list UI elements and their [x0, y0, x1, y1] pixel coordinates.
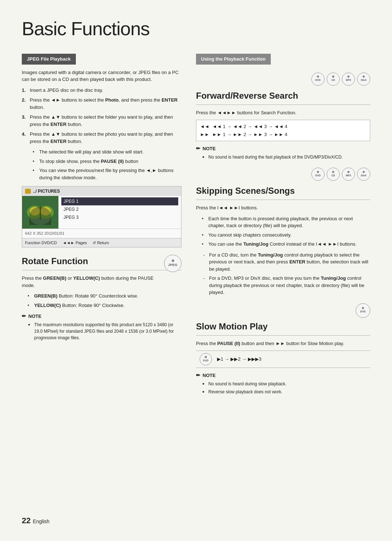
forward-icon: ►► [200, 131, 209, 138]
skipping-section: DVD CD MP3 DivX Skipping Scenes/Songs Pr… [196, 168, 370, 296]
skip-divx-badge: DivX [357, 168, 370, 181]
divx-dot [363, 75, 365, 78]
forward-note-item-1: No sound is heard during the fast playba… [203, 154, 370, 160]
slow-note-text-1: No sound is heard during slow playback. [208, 381, 286, 387]
forward-reverse-title: Forward/Reverse Search [196, 89, 370, 105]
dvd-badge: DVD [311, 73, 324, 86]
rotate-note-title: ✏ NOTE [22, 312, 181, 320]
fb-file-3[interactable]: JPEG 3 [61, 213, 178, 221]
skip-dvd-badge: DVD [311, 168, 324, 181]
step-4-num: 4. [22, 131, 28, 145]
skip-cd-dot [332, 171, 334, 173]
note-pencil-icon: ✏ [22, 312, 26, 320]
slow-motion-section: DVD Slow Motion Play Press the PAUSE (II… [196, 303, 370, 395]
forward-note-text: No sound is heard during the fast playba… [208, 154, 343, 160]
fb-header-title: ../ PICTURES [33, 188, 60, 194]
skip-sub-2: For a DVD, MP3 or DivX disc, each time y… [203, 275, 370, 296]
fb-files: JPEG 1 JPEG 2 JPEG 3 [58, 196, 181, 229]
jpeg-steps-list: 1. Insert a JPEG disc on the disc tray. … [22, 87, 181, 145]
step-4: 4. Press the ▲▼ buttons to select the ph… [22, 131, 181, 145]
page-number: 22English [22, 515, 49, 526]
cd-dot [332, 75, 334, 78]
rotate-note-list: The maximum resolutions supported by thi… [28, 321, 181, 341]
svg-point-5 [41, 207, 51, 216]
rotate-section: JPEG Rotate Function Press the GREEN(B) … [22, 255, 181, 341]
slow-notation-dot [205, 356, 207, 358]
skip-bullet-3: You can use the Tuning/Jog Control inste… [202, 241, 370, 248]
divx-badge: DivX [357, 73, 370, 86]
slow-dvd-badge: DVD [356, 303, 370, 318]
step-2: 2. Press the ◄► buttons to select the Ph… [22, 97, 181, 111]
fb-footer-pages: ◄◄► Pages [62, 240, 87, 246]
search-notation: ◄◄ ◄◄ 1 → ◄◄ 2 → ◄◄ 3 → ◄◄ 4 ►► ►► 1 → ►… [196, 120, 370, 141]
file-browser: ../ PICTURES JPEG 1 [22, 186, 181, 247]
skip-bullet-2: You cannot skip chapters consecutively. [202, 231, 370, 239]
slow-note: ✏ NOTE No sound is heard during slow pla… [196, 372, 370, 395]
svg-point-1 [29, 207, 51, 225]
skipping-sub-bullets: For a CD disc, turn the Tuning/Jog contr… [203, 251, 370, 296]
right-column: Using the Playback Function DVD CD MP3 D… [196, 54, 370, 399]
svg-point-3 [38, 206, 54, 219]
slow-notation-label: DVD [203, 359, 209, 363]
rotate-note-label: NOTE [28, 313, 41, 320]
note-pencil-icon-3: ✏ [196, 372, 200, 379]
fb-body: JPEG 1 JPEG 2 JPEG 3 [22, 196, 181, 229]
slow-motion-desc: Press the PAUSE (II) button and then ►► … [196, 340, 370, 347]
skip-badges: DVD CD MP3 DivX [196, 168, 370, 181]
forward-badges: DVD CD MP3 DivX [196, 73, 370, 86]
page-num-value: 22 [22, 516, 30, 525]
step-1-text: Insert a JPEG disc on the disc tray. [30, 87, 103, 94]
skipping-desc: Press the I◄◄ ►►I buttons. [196, 204, 370, 212]
rewind-icon: ◄◄ [200, 123, 209, 130]
skip-cd-badge: CD [327, 168, 340, 181]
folder-icon [25, 189, 31, 194]
fb-meta: 642 X 352 2010/01/01 [22, 229, 181, 238]
jpeg-badge-dot [172, 259, 174, 262]
slow-dvd-dot [362, 307, 364, 309]
playback-section-header: Using the Playback Function [196, 54, 271, 65]
search-row-1: ◄◄ ◄◄ 1 → ◄◄ 2 → ◄◄ 3 → ◄◄ 4 [200, 123, 366, 130]
fb-thumbnail [22, 196, 58, 229]
skip-mp3-dot [347, 171, 350, 173]
slow-note-list: No sound is heard during slow playback. … [203, 381, 370, 395]
bullet-3: You can view the previous/next file by p… [33, 167, 181, 181]
skip-sub-1: For a CD disc, turn the Tuning/Jog contr… [203, 251, 370, 273]
forward-reverse-section: DVD CD MP3 DivX Forward/Reverse Search P… [196, 73, 370, 161]
step-3-text: Press the ▲▼ buttons to select the folde… [30, 114, 181, 128]
rotate-title: Rotate Function [22, 255, 181, 270]
rotate-note-item-1: The maximum resolutions supported by thi… [28, 321, 181, 341]
slow-note-item-1: No sound is heard during slow playback. [203, 381, 370, 387]
skip-mp3-badge: MP3 [342, 168, 355, 181]
skipping-title: Skipping Scenes/Songs [196, 184, 370, 200]
forward-note-list: No sound is heard during the fast playba… [203, 154, 370, 160]
rotate-bullet-1: GREEN(B) Button: Rotate 90° Counterclock… [28, 292, 181, 300]
search-row-1-text: ◄◄ 1 → ◄◄ 2 → ◄◄ 3 → ◄◄ 4 [212, 123, 287, 130]
step-2-text: Press the ◄► buttons to select the Photo… [30, 97, 181, 111]
page-lang: English [33, 519, 49, 524]
step-3: 3. Press the ▲▼ buttons to select the fo… [22, 114, 181, 128]
fb-file-1[interactable]: JPEG 1 [61, 197, 178, 205]
bullet-1: The selected file will play and slide sh… [33, 148, 181, 156]
step-4-text: Press the ▲▼ buttons to select the photo… [30, 131, 181, 145]
slow-note-title: ✏ NOTE [196, 372, 370, 379]
rotate-bullets: GREEN(B) Button: Rotate 90° Counterclock… [28, 292, 181, 309]
svg-point-2 [27, 206, 43, 219]
slow-motion-title: Slow Motion Play [196, 320, 370, 336]
fb-header: ../ PICTURES [22, 187, 181, 196]
forward-note: ✏ NOTE No sound is heard during the fast… [196, 145, 370, 160]
left-column: JPEG File Playback Images captured with … [22, 54, 181, 399]
cd-badge: CD [327, 73, 340, 86]
skip-divx-dot [363, 171, 365, 173]
slow-note-item-2: Reverse slow playback does not work. [203, 389, 370, 395]
search-row-2-text: ►► 1 → ►► 2 → ►► 3 → ►► 4 [212, 131, 287, 138]
forward-note-title: ✏ NOTE [196, 145, 370, 152]
jpeg-badge: JPEG [164, 255, 181, 272]
fb-file-2[interactable]: JPEG 2 [61, 205, 178, 213]
slow-badge-label: DVD [360, 310, 366, 314]
search-row-2: ►► ►► 1 → ►► 2 → ►► 3 → ►► 4 [200, 131, 366, 138]
rotate-note: ✏ NOTE The maximum resolutions supported… [22, 312, 181, 341]
fb-footer-return: ↺ Return [93, 240, 109, 246]
skip-bullet-1: Each time the button is pressed during p… [202, 215, 370, 229]
slow-notation-badge: DVD [200, 353, 212, 365]
fb-footer-function: Function DVD/CD [25, 240, 57, 246]
